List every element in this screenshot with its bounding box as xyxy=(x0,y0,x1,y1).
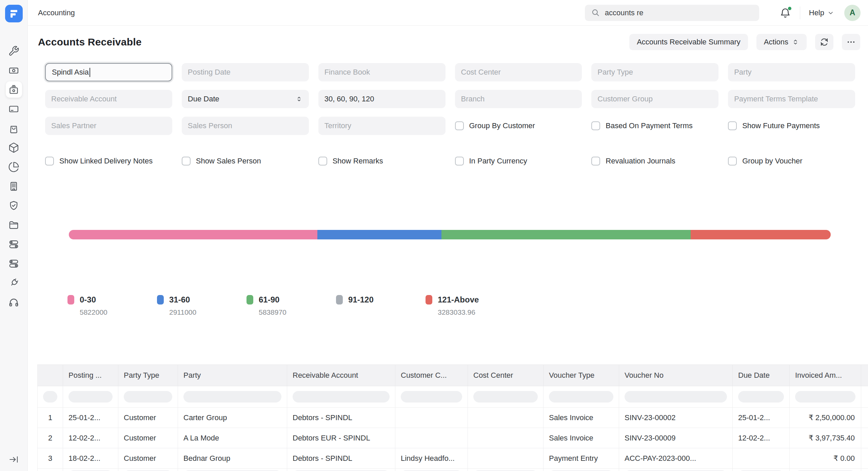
filter-show-remarks[interactable]: Show Remarks xyxy=(318,152,446,170)
checkbox-label: Group by Voucher xyxy=(742,157,802,165)
column-filter-input[interactable] xyxy=(795,391,855,403)
column-header[interactable]: Party xyxy=(178,365,287,386)
table-row[interactable]: 125-01-2...CustomerCarter GroupDebtors -… xyxy=(37,408,868,428)
column-header[interactable] xyxy=(37,365,63,386)
legend-label: 91-120 xyxy=(348,295,374,305)
filter-branch[interactable]: Branch xyxy=(455,90,582,108)
filter-posting-date[interactable]: Posting Date xyxy=(182,63,309,81)
filter-payment-terms-template[interactable]: Payment Terms Template xyxy=(728,90,855,108)
filter-based-on-payment-terms[interactable]: Based On Payment Terms xyxy=(591,117,718,135)
checkbox-based-on-payment-terms[interactable] xyxy=(591,121,600,130)
global-search-input[interactable]: accounts re xyxy=(585,5,759,21)
column-header[interactable]: Invoiced Am... xyxy=(790,365,861,386)
table-cell xyxy=(468,448,544,468)
filter-show-linked-delivery-notes[interactable]: Show Linked Delivery Notes xyxy=(45,152,172,170)
sidebar-item-buying[interactable] xyxy=(6,120,22,136)
checkbox-show-future-payments[interactable] xyxy=(728,121,737,130)
column-header[interactable]: Due Date xyxy=(733,365,790,386)
summary-button[interactable]: Accounts Receivable Summary xyxy=(629,34,748,50)
legend-label: 31-60 xyxy=(169,295,190,305)
notifications-button[interactable] xyxy=(780,7,791,19)
column-filter-input[interactable] xyxy=(549,391,613,403)
integrations-icon xyxy=(8,277,19,289)
report-filters: Spindl AsiaPosting DateFinance BookCost … xyxy=(45,63,855,170)
column-header[interactable]: Customer C... xyxy=(395,365,468,386)
user-avatar[interactable]: A xyxy=(844,5,861,21)
filter-ageing-based-on[interactable]: Due Date xyxy=(182,90,309,108)
filter-receivable-account[interactable]: Receivable Account xyxy=(45,90,172,108)
column-filter-input[interactable] xyxy=(473,391,538,403)
column-header[interactable]: Posting ... xyxy=(63,365,118,386)
filter-sales-partner[interactable]: Sales Partner xyxy=(45,117,172,135)
column-filter-input[interactable] xyxy=(68,391,113,403)
table-row[interactable]: 318-02-2...CustomerBednar GroupDebtors -… xyxy=(37,448,868,469)
filter-text: Payment Terms Template xyxy=(734,95,818,103)
filter-company[interactable]: Spindl Asia xyxy=(45,63,172,81)
breadcrumb[interactable]: Accounting xyxy=(38,8,75,17)
sidebar-item-selling[interactable] xyxy=(6,101,22,117)
checkbox-group-by-voucher[interactable] xyxy=(728,157,737,165)
filter-customer-group[interactable]: Customer Group xyxy=(591,90,718,108)
checkbox-show-remarks[interactable] xyxy=(318,157,327,165)
table-cell xyxy=(468,428,544,448)
filter-show-future-payments[interactable]: Show Future Payments xyxy=(728,117,855,135)
filter-show-sales-person[interactable]: Show Sales Person xyxy=(182,152,309,170)
filter-ageing-range[interactable]: 30, 60, 90, 120 xyxy=(318,90,446,108)
legend-item: 0-305822000 xyxy=(67,295,157,316)
filter-sales-person[interactable]: Sales Person xyxy=(182,117,309,135)
sidebar-item-organization[interactable] xyxy=(6,178,22,194)
filter-text: Spindl Asia xyxy=(52,68,89,77)
column-header[interactable]: Party Type xyxy=(118,365,178,386)
sidebar-item-payments[interactable] xyxy=(6,62,22,78)
column-filter-input[interactable] xyxy=(401,391,462,403)
column-filter-input[interactable] xyxy=(293,391,390,403)
column-filter-input[interactable] xyxy=(43,391,57,403)
filter-cost-center[interactable]: Cost Center xyxy=(455,63,582,81)
sidebar-item-analytics[interactable] xyxy=(6,159,22,175)
sidebar-item-quality[interactable] xyxy=(6,197,22,214)
sidebar-item-accounting[interactable] xyxy=(6,81,22,98)
filter-territory[interactable]: Territory xyxy=(318,117,446,135)
sidebar-item-support[interactable] xyxy=(6,294,22,310)
page-header: Accounts Receivable Accounts Receivable … xyxy=(28,26,868,58)
checkbox-show-linked-delivery-notes[interactable] xyxy=(45,157,54,165)
filter-text: Receivable Account xyxy=(51,95,117,103)
sidebar-item-customization[interactable] xyxy=(6,255,22,272)
actions-button[interactable]: Actions xyxy=(756,34,807,50)
sidebar-item-integrations[interactable] xyxy=(6,275,22,291)
filter-party-type[interactable]: Party Type xyxy=(591,63,718,81)
more-menu-button[interactable] xyxy=(842,34,860,50)
sidebar-item-projects[interactable] xyxy=(6,217,22,233)
table-cell xyxy=(733,448,790,468)
column-header[interactable]: Cost Center xyxy=(468,365,544,386)
checkbox-group-by-customer[interactable] xyxy=(455,121,464,130)
checkbox-revaluation-journals[interactable] xyxy=(591,157,600,165)
checkbox-show-sales-person[interactable] xyxy=(182,157,191,165)
checkbox-in-party-currency[interactable] xyxy=(455,157,464,165)
filter-group-by-voucher[interactable]: Group by Voucher xyxy=(728,152,855,170)
app-logo[interactable] xyxy=(5,5,23,22)
sidebar-item-tools[interactable] xyxy=(6,43,22,59)
column-header[interactable] xyxy=(861,365,868,386)
actions-label: Actions xyxy=(764,38,788,46)
column-filter-input[interactable] xyxy=(738,391,784,403)
column-filter-input[interactable] xyxy=(124,391,172,403)
filter-party[interactable]: Party xyxy=(728,63,855,81)
table-row[interactable]: 212-02-2...CustomerA La ModeDebtors EUR … xyxy=(37,428,868,448)
column-filter-input[interactable] xyxy=(625,391,727,403)
column-header[interactable]: Receivable Account xyxy=(287,365,395,386)
support-icon xyxy=(8,297,19,308)
filter-in-party-currency[interactable]: In Party Currency xyxy=(455,152,582,170)
filter-group-by-customer[interactable]: Group By Customer xyxy=(455,117,582,135)
filter-finance-book[interactable]: Finance Book xyxy=(318,63,446,81)
column-header[interactable]: Voucher No xyxy=(619,365,733,386)
payments-icon xyxy=(8,65,19,76)
sidebar-expand-button[interactable] xyxy=(8,454,19,466)
filter-revaluation-journals[interactable]: Revaluation Journals xyxy=(591,152,718,170)
column-filter-input[interactable] xyxy=(183,391,281,403)
sidebar-item-stock[interactable] xyxy=(6,139,22,156)
help-menu-button[interactable]: Help xyxy=(809,8,834,17)
sidebar-item-settings[interactable] xyxy=(6,236,22,252)
column-header[interactable]: Voucher Type xyxy=(544,365,619,386)
refresh-button[interactable] xyxy=(815,34,833,50)
